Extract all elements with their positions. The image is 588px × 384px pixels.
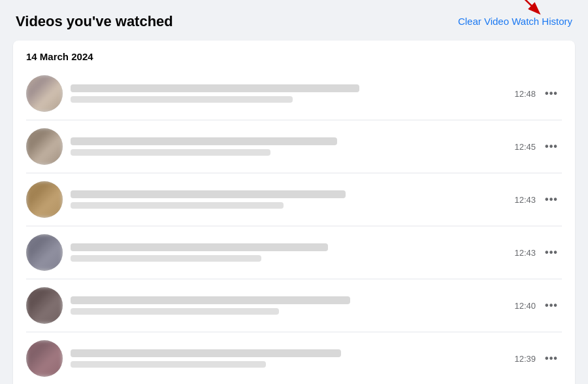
video-time: 12:43	[514, 195, 536, 205]
more-options-button[interactable]: •••	[541, 242, 562, 263]
video-info	[71, 349, 514, 368]
more-options-button[interactable]: •••	[541, 295, 562, 316]
video-subtitle-blurred	[71, 149, 270, 156]
video-info	[71, 296, 514, 315]
video-subtitle-blurred	[71, 308, 279, 315]
thumbnail-image	[26, 75, 63, 112]
video-thumbnail	[26, 75, 63, 112]
video-thumbnail	[26, 181, 63, 218]
video-list: 12:48 ••• 12:45 •••	[26, 67, 562, 384]
thumbnail-image	[26, 340, 63, 377]
more-options-button[interactable]: •••	[541, 348, 562, 369]
video-subtitle-blurred	[71, 202, 284, 209]
video-info	[71, 190, 514, 209]
more-options-button[interactable]: •••	[541, 136, 562, 157]
video-thumbnail	[26, 340, 63, 377]
video-thumbnail	[26, 234, 63, 271]
video-time: 12:48	[514, 89, 536, 99]
video-meta: 12:48 •••	[514, 83, 562, 104]
video-info	[71, 243, 514, 262]
more-options-button[interactable]: •••	[541, 83, 562, 104]
video-info	[71, 137, 514, 156]
clear-history-button[interactable]: Clear Video Watch History	[458, 16, 572, 27]
video-time: 12:45	[514, 142, 536, 152]
page-title: Videos you've watched	[16, 13, 173, 30]
video-title-blurred	[71, 296, 350, 304]
video-item: 12:40 •••	[26, 279, 562, 332]
page-header: Videos you've watched Clear Video Watch …	[13, 13, 575, 30]
video-item: 12:48 •••	[26, 67, 562, 120]
video-meta: 12:39 •••	[514, 348, 562, 369]
video-time: 12:43	[514, 248, 536, 258]
video-meta: 12:43 •••	[514, 189, 562, 210]
more-options-button[interactable]: •••	[541, 189, 562, 210]
video-item: 12:43 •••	[26, 173, 562, 226]
video-title-blurred	[71, 84, 359, 92]
video-title-blurred	[71, 190, 346, 198]
video-time: 12:40	[514, 301, 536, 311]
watch-history-card: 14 March 2024 12:48 ••• 12:45	[13, 41, 575, 384]
header-right: Clear Video Watch History	[458, 16, 572, 27]
video-meta: 12:45 •••	[514, 136, 562, 157]
date-group-header: 14 March 2024	[26, 51, 562, 62]
video-subtitle-blurred	[71, 255, 261, 262]
video-subtitle-blurred	[71, 96, 293, 103]
thumbnail-image	[26, 234, 63, 271]
video-time: 12:39	[514, 354, 536, 364]
video-item: 12:43 •••	[26, 226, 562, 279]
thumbnail-image	[26, 287, 63, 324]
video-meta: 12:40 •••	[514, 295, 562, 316]
svg-line-1	[510, 0, 538, 12]
thumbnail-image	[26, 128, 63, 165]
thumbnail-image	[26, 181, 63, 218]
video-thumbnail	[26, 128, 63, 165]
video-item: 12:39 •••	[26, 332, 562, 384]
video-subtitle-blurred	[71, 361, 266, 368]
video-title-blurred	[71, 349, 341, 357]
video-title-blurred	[71, 137, 337, 145]
video-info	[71, 84, 514, 103]
video-thumbnail	[26, 287, 63, 324]
video-meta: 12:43 •••	[514, 242, 562, 263]
video-item: 12:45 •••	[26, 120, 562, 173]
video-title-blurred	[71, 243, 328, 251]
